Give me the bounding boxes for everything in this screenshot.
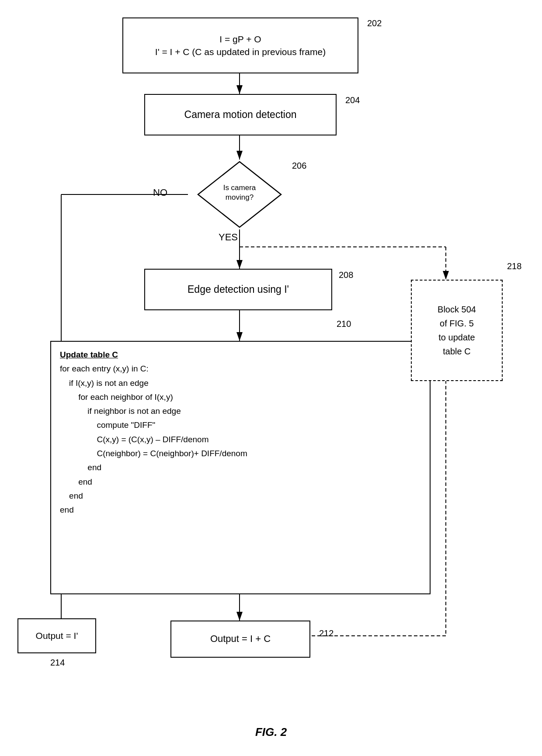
svg-text:Is camera: Is camera <box>223 184 256 192</box>
code-line-5: compute "DIFF" <box>60 418 421 432</box>
code-line-7: C(neighbor) = C(neighbor)+ DIFF/denom <box>60 447 421 461</box>
box-218-line1: Block 504 <box>438 302 476 316</box>
box-214-text: Output = I' <box>36 629 78 642</box>
code-line-9: end <box>60 475 421 489</box>
box-204: Camera motion detection <box>144 94 337 135</box>
label-210: 210 <box>337 319 351 329</box>
box-212-text: Output = I + C <box>210 632 271 646</box>
code-line-6: C(x,y) = (C(x,y) – DIFF/denom <box>60 433 421 447</box>
box-204-text: Camera motion detection <box>184 108 297 121</box>
box-202: I = gP + O I' = I + C (C as updated in p… <box>122 17 358 73</box>
diagram-container: I = gP + O I' = I + C (C as updated in p… <box>0 0 542 756</box>
fig-title: FIG. 2 <box>214 725 328 739</box>
code-line-4: if neighbor is not an edge <box>60 404 421 418</box>
box-206: Is camera moving? <box>196 160 283 229</box>
no-label: NO <box>153 187 167 198</box>
code-line-3: for each neighbor of I(x,y) <box>60 390 421 404</box>
code-title: Update table C <box>60 350 118 359</box>
box-218: Block 504 of FIG. 5 to update table C <box>411 280 503 381</box>
box-218-line3: to update <box>438 330 476 344</box>
code-line-11: end <box>60 503 421 517</box>
box-202-line2: I' = I + C (C as updated in previous fra… <box>155 45 326 58</box>
yes-label: YES <box>219 232 238 243</box>
label-218: 218 <box>507 261 521 271</box>
svg-text:moving?: moving? <box>226 193 254 201</box>
box-212: Output = I + C <box>170 621 310 658</box>
label-208: 208 <box>339 270 353 280</box>
code-line-10: end <box>60 489 421 503</box>
box-214: Output = I' <box>17 618 96 653</box>
code-block: Update table C for each entry (x,y) in C… <box>50 341 431 594</box>
label-212: 212 <box>319 628 334 638</box>
code-line-1: for each entry (x,y) in C: <box>60 362 421 376</box>
box-208-text: Edge detection using I' <box>188 282 289 296</box>
box-202-line1: I = gP + O <box>155 33 326 45</box>
label-202: 202 <box>367 18 382 28</box>
code-line-2: if I(x,y) is not an edge <box>60 376 421 390</box>
box-208: Edge detection using I' <box>144 269 332 310</box>
label-206: 206 <box>292 161 306 171</box>
code-line-8: end <box>60 461 421 475</box>
box-218-line4: table C <box>438 344 476 358</box>
label-204: 204 <box>345 95 360 105</box>
label-214: 214 <box>50 658 65 668</box>
box-218-line2: of FIG. 5 <box>438 316 476 330</box>
